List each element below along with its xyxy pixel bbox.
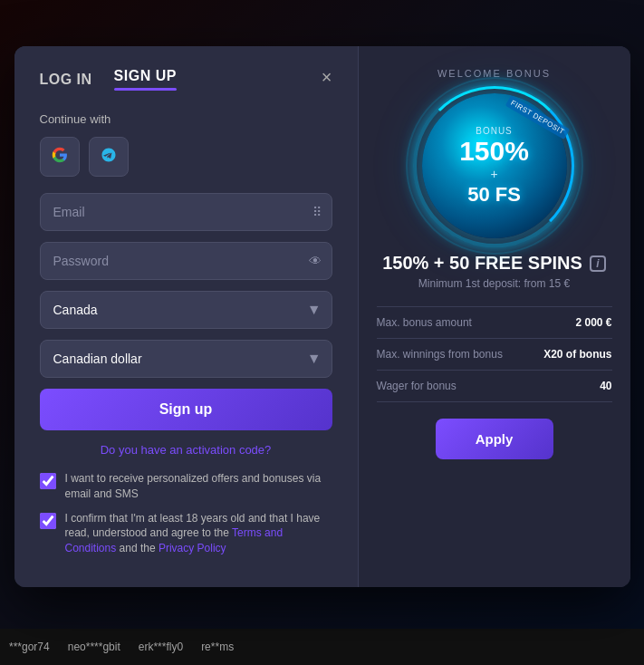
- detail-value-0: 2 000 €: [575, 316, 611, 329]
- user-1: neo****gbit: [68, 641, 120, 653]
- tab-signup[interactable]: SIGN UP: [114, 68, 177, 94]
- bottom-bar: ***gor74 neo****gbit erk***fly0 re**ms: [0, 629, 644, 665]
- detail-value-1: X20 of bonus: [543, 348, 611, 361]
- detail-row-2: Wager for bonus 40: [377, 371, 612, 402]
- detail-row-1: Max. winnings from bonus X20 of bonus: [377, 339, 612, 371]
- offers-checkbox[interactable]: [40, 473, 56, 489]
- bonus-ring-outer2: [406, 77, 583, 255]
- currency-select[interactable]: Canadian dollar: [40, 340, 332, 378]
- tab-login[interactable]: LOG IN: [40, 72, 92, 92]
- left-panel: LOG IN SIGN UP × Continue with: [14, 46, 359, 587]
- password-input[interactable]: [40, 242, 332, 280]
- privacy-link[interactable]: Privacy Policy: [159, 542, 226, 554]
- offers-checkbox-group: I want to receive personalized offers an…: [40, 471, 332, 502]
- email-icon: ⠿: [312, 205, 322, 219]
- apply-button[interactable]: Apply: [436, 419, 553, 459]
- age-checkbox[interactable]: [40, 513, 56, 529]
- detail-label-1: Max. winnings from bonus: [377, 348, 503, 361]
- telegram-button[interactable]: [89, 137, 129, 177]
- email-input[interactable]: [40, 193, 332, 231]
- password-toggle-icon[interactable]: 👁: [309, 254, 322, 268]
- continue-with-label: Continue with: [40, 112, 332, 126]
- right-panel: WELCOME BONUS BONUS 150% + 50 FS FIRST D…: [359, 46, 630, 587]
- user-0: ***gor74: [9, 641, 50, 653]
- bonus-badge: BONUS 150% + 50 FS FIRST DEPOSIT: [422, 93, 567, 238]
- google-button[interactable]: [40, 137, 80, 177]
- detail-row-0: Max. bonus amount 2 000 €: [377, 307, 612, 339]
- social-buttons: [40, 137, 332, 177]
- detail-label-2: Wager for bonus: [377, 380, 457, 392]
- user-2: erk***fly0: [139, 641, 183, 653]
- close-button[interactable]: ×: [322, 68, 332, 86]
- signup-button[interactable]: Sign up: [40, 389, 332, 430]
- age-label: I confirm that I'm at least 18 years old…: [65, 511, 332, 556]
- user-3: re**ms: [201, 641, 234, 653]
- tab-bar: LOG IN SIGN UP ×: [40, 68, 332, 94]
- currency-group: Canadian dollar ▼: [40, 340, 332, 378]
- bonus-details: Max. bonus amount 2 000 € Max. winnings …: [377, 306, 612, 402]
- email-group: ⠿: [40, 193, 332, 231]
- min-deposit-text: Minimum 1st deposit: from 15 €: [418, 277, 570, 290]
- telegram-icon: [101, 147, 117, 167]
- bonus-heading: 150% + 50 FREE SPINS i: [382, 253, 606, 274]
- detail-label-0: Max. bonus amount: [377, 316, 472, 329]
- bonus-circle: BONUS 150% + 50 FS FIRST DEPOSIT: [422, 93, 567, 238]
- activation-code-link[interactable]: Do you have an activation code?: [40, 443, 332, 457]
- age-checkbox-group: I confirm that I'm at least 18 years old…: [40, 511, 332, 556]
- google-icon: [52, 147, 68, 167]
- detail-value-2: 40: [600, 380, 611, 392]
- auth-modal: LOG IN SIGN UP × Continue with: [14, 46, 630, 587]
- country-group: Canada ▼: [40, 291, 332, 329]
- offers-label: I want to receive personalized offers an…: [65, 471, 332, 502]
- country-select[interactable]: Canada: [40, 291, 332, 329]
- password-group: 👁: [40, 242, 332, 280]
- info-icon[interactable]: i: [590, 255, 606, 272]
